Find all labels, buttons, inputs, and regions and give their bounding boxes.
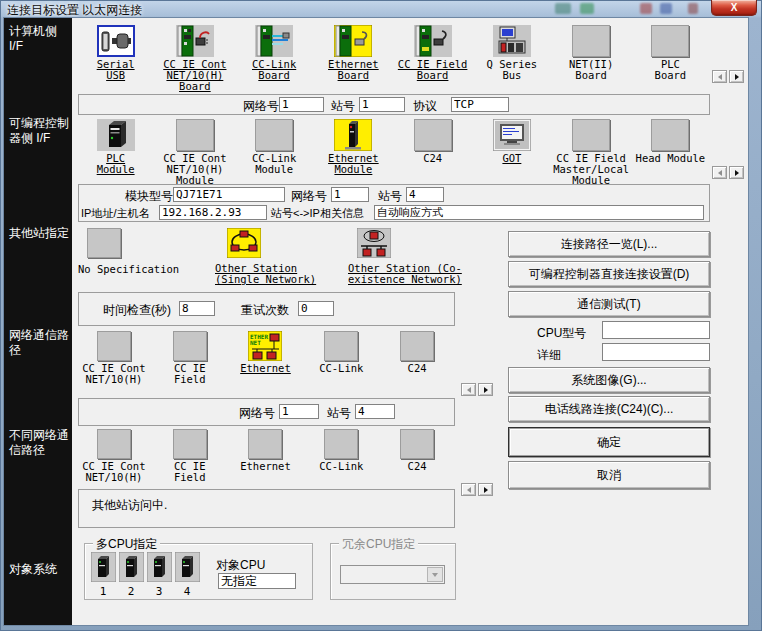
coroute-cclink-label: CC-Link: [309, 461, 373, 472]
target-cpu-input[interactable]: [218, 573, 296, 589]
dropdown-button: [427, 567, 443, 582]
other-station-single-network[interactable]: [227, 228, 261, 258]
cpu2-icon[interactable]: [119, 552, 144, 582]
route-network-no-input[interactable]: [279, 404, 319, 419]
titlebar[interactable]: 连接目标设置 以太网连接 X: [0, 0, 762, 18]
pcif-plc-board-label: PLC Board: [648, 59, 692, 81]
route-cclink: CC-Link: [303, 331, 379, 385]
plc-direct-connection-button[interactable]: 可编程控制器直接连接设置(D): [508, 261, 710, 287]
route-ccie-field-icon: [173, 331, 207, 361]
pcif-q-series-bus-label: Q Series Bus: [477, 59, 547, 81]
other-station-coexistence-network[interactable]: [357, 228, 391, 258]
plcif-head-module-label: Head Module: [631, 153, 709, 164]
plcif-got[interactable]: GOT: [472, 119, 551, 186]
redundant-cpu-group: 冗余CPU指定: [330, 543, 456, 600]
system-image-button[interactable]: 系统图像(G)...: [508, 367, 710, 393]
pcif-cclink-board[interactable]: CC-Link Board: [235, 25, 314, 92]
coroute-c24: C24: [379, 429, 455, 483]
access-status-panel: 其他站访问中.: [78, 489, 455, 528]
plcif-ethernet-module-label: Ethernet Module: [314, 153, 392, 175]
route-ccie-field: CC IE Field: [152, 331, 228, 385]
plcif-ccie-cont-module-label: CC IE Cont NET/10(H) Module: [156, 153, 234, 186]
close-icon: X: [731, 2, 738, 13]
ok-button[interactable]: 确定: [508, 427, 710, 457]
ethernet-board-icon: [334, 25, 372, 57]
pcif-network-no-input[interactable]: [279, 97, 324, 112]
plcif-ethernet-module[interactable]: Ethernet Module: [314, 119, 393, 186]
multi-cpu-group-label: 多CPU指定: [93, 536, 160, 553]
head-module-icon: [651, 119, 689, 151]
station-ip-info-label: 站号<->IP相关信息: [271, 206, 364, 221]
cpu1-icon[interactable]: [91, 552, 116, 582]
pcif-station-no-input[interactable]: [359, 97, 405, 112]
plcif-network-no-label: 网络号: [291, 188, 327, 205]
route-ccie-cont: CC IE Cont NET/10(H): [76, 331, 152, 385]
co-route-scroll-left-button[interactable]: [461, 483, 476, 496]
serial-usb-icon: [97, 25, 135, 57]
route-station-no-input[interactable]: [355, 404, 395, 419]
coroute-cclink-icon: [324, 429, 358, 459]
coroute-ccie-field: CC IE Field: [152, 429, 228, 483]
ccie-field-master-module-icon: [572, 119, 610, 151]
pcif-ethernet-board[interactable]: Ethernet Board: [314, 25, 393, 92]
cclink-board-icon: [255, 25, 293, 57]
module-type-label: 模块型号: [125, 188, 173, 205]
cpu-numbers: 1 2 3 4: [89, 585, 201, 598]
arrow-left-icon: [718, 170, 722, 176]
retry-count-input[interactable]: [298, 301, 334, 316]
plcif-cclink-module-label: CC-Link Module: [235, 153, 313, 175]
pc-if-scroll-left-button[interactable]: [712, 70, 727, 83]
route-ethernet[interactable]: ETHER NET Ethernet: [228, 331, 304, 385]
plcif-network-no-input[interactable]: [331, 187, 369, 202]
cpu4-icon[interactable]: [175, 552, 200, 582]
check-time-input[interactable]: [179, 301, 215, 316]
plc-if-scroll-left-button[interactable]: [712, 166, 727, 179]
route-scroll-left-button[interactable]: [461, 383, 476, 396]
pcif-serial-usb[interactable]: Serial USB: [76, 25, 155, 92]
cpu3-icon[interactable]: [147, 552, 172, 582]
pcif-plc-board: PLC Board: [631, 25, 710, 92]
connection-path-list-button[interactable]: 连接路径一览(L)...: [508, 231, 710, 257]
plc-module-icon: [97, 119, 135, 151]
pcif-netii-board-label: NET(II) Board: [556, 59, 626, 81]
other-station-none[interactable]: [87, 228, 121, 258]
route-ccie-cont-icon: [97, 331, 131, 361]
route-network-no-label: 网络号: [239, 405, 275, 422]
close-button[interactable]: X: [711, 0, 757, 16]
network-route-panel: 网络号 站号: [78, 398, 455, 426]
arrow-right-icon: [484, 387, 488, 393]
plcif-station-no-input[interactable]: [406, 187, 444, 202]
ip-host-input[interactable]: [159, 205, 267, 220]
plc-if-scroll-right-button[interactable]: [729, 166, 744, 179]
cclink-module-icon: [255, 119, 293, 151]
route-scroll-right-button[interactable]: [478, 383, 493, 396]
chevron-down-icon: [432, 573, 438, 577]
sidebar-item-co-network-route: 不同网络通信路径: [9, 428, 69, 458]
phone-line-connection-button[interactable]: 电话线路连接(C24)(C)...: [508, 396, 710, 422]
communication-test-button[interactable]: 通信测试(T): [508, 291, 710, 317]
station-ip-info-input[interactable]: [374, 205, 704, 220]
plcif-cclink-module: CC-Link Module: [235, 119, 314, 186]
coroute-ethernet-icon: [248, 429, 282, 459]
window-title: 连接目标设置 以太网连接: [7, 2, 142, 19]
coroute-ccie-cont-icon: [97, 429, 131, 459]
coroute-ccie-field-icon: [173, 429, 207, 459]
detail-field: [602, 343, 710, 361]
co-route-scroll-right-button[interactable]: [478, 483, 493, 496]
sidebar-item-pc-if: 计算机侧 I/F: [9, 24, 69, 54]
pc-if-scroll-right-button[interactable]: [729, 70, 744, 83]
route-ccie-cont-label: CC IE Cont NET/10(H): [82, 363, 146, 385]
pcif-ccie-cont-board[interactable]: CC IE Cont NET/10(H) Board: [155, 25, 234, 92]
coroute-ccie-cont-label: CC IE Cont NET/10(H): [82, 461, 146, 483]
pcif-protocol-input[interactable]: [451, 97, 509, 112]
multi-cpu-group: 多CPU指定 1 2 3 4: [84, 543, 313, 600]
module-type-input[interactable]: [173, 187, 285, 202]
sidebar: [4, 18, 72, 625]
plcif-plc-module[interactable]: PLC Module: [76, 119, 155, 186]
pcif-ccie-field-board[interactable]: CC IE Field Board: [393, 25, 472, 92]
network-route-scroll: [461, 383, 493, 396]
cancel-button[interactable]: 取消: [508, 461, 710, 489]
no-specification-icon: [87, 228, 121, 258]
route-c24-label: C24: [385, 363, 449, 374]
other-station-coexistence-label: Other Station (Co-existence Network): [348, 263, 490, 285]
